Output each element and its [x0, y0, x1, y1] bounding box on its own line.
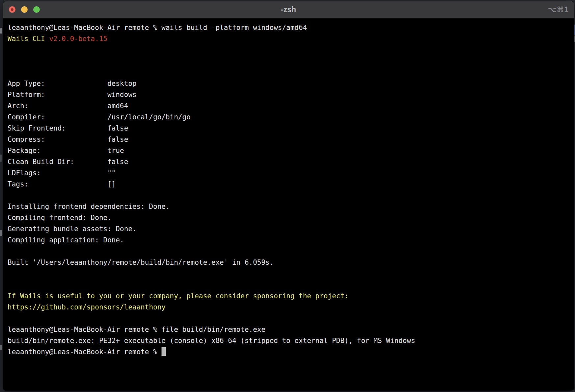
terminal-line: Clean Build Dir: false [8, 156, 571, 167]
terminal-line: Installing frontend dependencies: Done. [8, 201, 571, 212]
background-window-fragment [0, 78, 2, 91]
terminal-line: If Wails is useful to you or your compan… [8, 290, 571, 302]
terminal-text-segment: LDFlags: "" [8, 169, 116, 177]
terminal-text-segment: Compress: false [8, 135, 128, 143]
terminal-line: build/bin/remote.exe: PE32+ executable (… [8, 335, 571, 346]
terminal-text-segment: Package: true [8, 147, 124, 155]
terminal-text-segment: Platform: windows [8, 91, 137, 99]
background-window-fragment [0, 28, 2, 34]
terminal-line: LDFlags: "" [8, 167, 571, 179]
terminal-line [8, 56, 571, 67]
terminal-text-segment: Generating bundle assets: Done. [8, 225, 137, 233]
titlebar[interactable]: -zsh ⌥⌘1 [3, 1, 574, 18]
terminal-text-segment: Compiling application: Done. [8, 236, 124, 244]
background-window-fragment [0, 230, 2, 236]
terminal-text-segment: Installing frontend dependencies: Done. [8, 203, 170, 210]
terminal-line [8, 44, 571, 56]
terminal-text-segment: App Type: desktop [8, 80, 137, 87]
terminal-line: Platform: windows [8, 89, 571, 100]
background-window-fragment [0, 155, 2, 162]
terminal-text-segment: Compiler: /usr/local/go/bin/go [8, 113, 190, 121]
terminal-line: Wails CLI v2.0.0-beta.15 [8, 33, 571, 44]
terminal-line: leaanthony@Leas-MacBook-Air remote % wai… [8, 22, 571, 33]
terminal-line: Built '/Users/leaanthony/remote/build/bi… [8, 257, 571, 268]
terminal-cursor [162, 347, 166, 356]
desktop-background: -zsh ⌥⌘1 leaanthony@Leas-MacBook-Air rem… [0, 0, 575, 392]
background-window-fragment [0, 345, 2, 350]
terminal-line [8, 246, 571, 257]
terminal-window: -zsh ⌥⌘1 leaanthony@Leas-MacBook-Air rem… [3, 1, 574, 391]
terminal-text-segment: v2.0.0-beta.15 [49, 35, 107, 43]
terminal-line: Compiling frontend: Done. [8, 212, 571, 223]
terminal-text-segment: If Wails is useful to you or your compan… [8, 292, 349, 300]
terminal-text-segment: Skip Frontend: false [8, 124, 128, 132]
window-title: -zsh [3, 5, 574, 14]
terminal-text-segment: Compiling frontend: Done. [8, 214, 112, 222]
terminal-text-segment: Built '/Users/leaanthony/remote/build/bi… [8, 258, 274, 266]
terminal-line [8, 313, 571, 324]
terminal-text-segment: Clean Build Dir: false [8, 158, 128, 166]
terminal-line: https://github.com/sponsors/leaanthony [8, 302, 571, 313]
unsaved-indicator-dot [11, 8, 13, 11]
terminal-text-segment: Wails CLI [8, 35, 49, 43]
terminal-text-segment: Tags: [] [8, 180, 116, 188]
terminal-text-segment: leaanthony@Leas-MacBook-Air remote % [8, 348, 162, 356]
terminal-line: App Type: desktop [8, 78, 571, 89]
minimize-button[interactable] [21, 6, 28, 13]
terminal-line: Compress: false [8, 134, 571, 145]
terminal-screen[interactable]: leaanthony@Leas-MacBook-Air remote % wai… [3, 18, 574, 390]
terminal-line [8, 268, 571, 279]
terminal-line: Arch: amd64 [8, 100, 571, 111]
terminal-text-segment: build/bin/remote.exe: PE32+ executable (… [8, 337, 415, 345]
terminal-text-segment: leaanthony@Leas-MacBook-Air remote % wai… [8, 24, 307, 32]
terminal-line: Package: true [8, 145, 571, 156]
terminal-text-segment: leaanthony@Leas-MacBook-Air remote % fil… [8, 326, 265, 333]
terminal-line [8, 67, 571, 78]
terminal-line: leaanthony@Leas-MacBook-Air remote % [8, 346, 571, 357]
terminal-line [8, 190, 571, 201]
terminal-text-segment: Arch: amd64 [8, 102, 128, 110]
terminal-line: Tags: [] [8, 179, 571, 190]
terminal-line: Compiling application: Done. [8, 234, 571, 246]
terminal-line: Skip Frontend: false [8, 123, 571, 134]
terminal-line: leaanthony@Leas-MacBook-Air remote % fil… [8, 324, 571, 335]
terminal-line: Generating bundle assets: Done. [8, 223, 571, 234]
terminal-text-segment: https://github.com/sponsors/leaanthony [8, 303, 165, 311]
zoom-button[interactable] [33, 6, 40, 13]
terminal-line [8, 279, 571, 290]
keyboard-shortcut-badge: ⌥⌘1 [548, 5, 569, 14]
terminal-line: Compiler: /usr/local/go/bin/go [8, 111, 571, 123]
close-button[interactable] [9, 6, 15, 13]
window-controls [9, 6, 40, 13]
